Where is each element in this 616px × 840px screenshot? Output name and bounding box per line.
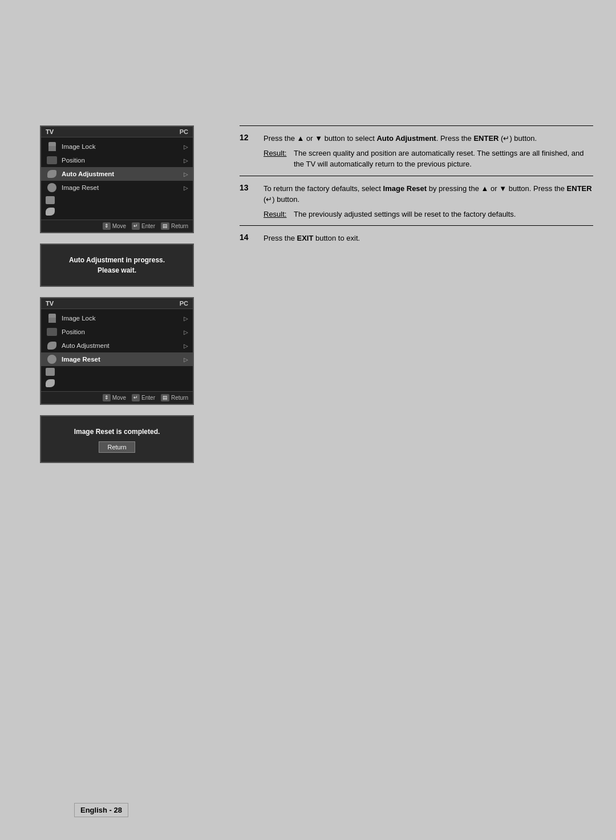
tv-screen-1: TV PC Image Lock ▷ Position ▷	[40, 125, 194, 233]
tv-label-3: TV	[46, 300, 54, 307]
auto-adj-icon-3	[46, 340, 58, 351]
menu-row-image-lock-3: Image Lock ▷	[41, 311, 193, 325]
empty-icon-3a	[46, 368, 58, 376]
page-footer: English - 28	[74, 803, 128, 817]
arrow-1: ▷	[184, 144, 188, 150]
move-key-1: ⇕	[103, 222, 111, 230]
menu-row-image-reset-3: Image Reset ▷	[41, 352, 193, 366]
menu-row-auto-adj-3: Auto Adjustment ▷	[41, 339, 193, 352]
image-lock-label-1: Image Lock	[62, 143, 184, 150]
return-label-3: Return	[171, 395, 188, 401]
right-panel: 12 Press the ▲ or ▼ button to select Aut…	[222, 0, 616, 840]
return-footer-3: ▤ Return	[161, 394, 188, 401]
progress-line2: Please wait.	[98, 266, 136, 274]
step-12-block: 12 Press the ▲ or ▼ button to select Aut…	[240, 125, 593, 176]
step-14-number: 14	[240, 233, 257, 242]
step-13-result: Result: The previously adjusted settings…	[264, 209, 593, 220]
arrow-3-4: ▷	[184, 356, 188, 363]
image-reset-icon-1	[46, 182, 58, 193]
left-panel: TV PC Image Lock ▷ Position ▷	[0, 0, 222, 840]
step-13-block: 13 To return the factory defaults, selec…	[240, 176, 593, 226]
reset-complete-text: Image Reset is completed.	[74, 428, 160, 436]
arrow-2: ▷	[184, 157, 188, 164]
step-13-text: To return the factory defaults, select I…	[264, 184, 592, 204]
menu-row-position-3: Position ▷	[41, 325, 193, 339]
step-14-command: EXIT	[297, 234, 314, 242]
menu-rows-3: Image Lock ▷ Position ▷ Auto Adjustment …	[41, 309, 193, 391]
move-label-3: Move	[112, 395, 126, 401]
empty-row-3b	[41, 378, 193, 389]
menu-row-auto-adj-1: Auto Adjustment ▷	[41, 167, 193, 181]
tv-screen-3-header: TV PC	[41, 298, 193, 309]
arrow-3-1: ▷	[184, 315, 188, 322]
arrow-3-3: ▷	[184, 343, 188, 349]
move-key-3: ⇕	[103, 394, 111, 401]
empty-icon-1a	[46, 196, 58, 204]
reset-box: Image Reset is completed. Return	[40, 415, 194, 463]
step-12-result-label: Result:	[264, 148, 289, 170]
enter-key-1: ↵	[132, 222, 140, 230]
empty-icon-3b	[46, 379, 58, 387]
empty-icon-1b	[46, 208, 58, 216]
step-13-result-label: Result:	[264, 209, 289, 220]
progress-line1: Auto Adjustment in progress.	[69, 256, 165, 264]
lock-icon-3	[46, 313, 58, 323]
pc-label-3: PC	[180, 300, 188, 307]
empty-row-3a	[41, 366, 193, 378]
menu-row-position-1: Position ▷	[41, 153, 193, 167]
step-12-number: 12	[240, 133, 257, 142]
image-reset-label-3: Image Reset	[62, 356, 184, 363]
return-key-3: ▤	[161, 394, 169, 401]
enter-footer-3: ↵ Enter	[132, 394, 155, 401]
empty-row-1a	[41, 194, 193, 206]
step-12-result: Result: The screen quality and position …	[264, 148, 593, 170]
step-12-content: Press the ▲ or ▼ button to select Auto A…	[264, 133, 593, 170]
step-14-content: Press the EXIT button to exit.	[264, 233, 593, 244]
step-12-result-text: The screen quality and position are auto…	[294, 148, 593, 170]
arrow-3-2: ▷	[184, 329, 188, 335]
enter-label-1: Enter	[141, 223, 155, 229]
empty-row-1b	[41, 206, 193, 217]
arrow-4: ▷	[184, 185, 188, 191]
move-label-1: Move	[112, 223, 126, 229]
return-key-1: ▤	[161, 222, 169, 230]
menu-row-image-lock-1: Image Lock ▷	[41, 140, 193, 153]
step-12-enter: ENTER	[473, 134, 499, 143]
enter-label-3: Enter	[141, 395, 155, 401]
position-icon-3	[46, 327, 58, 337]
position-label-3: Position	[62, 328, 184, 335]
lock-icon-1	[46, 141, 58, 152]
menu-row-image-reset-1: Image Reset ▷	[41, 181, 193, 194]
tv-label-1: TV	[46, 128, 54, 135]
pc-label-1: PC	[180, 128, 188, 135]
move-footer-1: ⇕ Move	[103, 222, 126, 230]
move-footer-3: ⇕ Move	[103, 394, 126, 401]
return-label-1: Return	[171, 223, 188, 229]
image-lock-label-3: Image Lock	[62, 315, 184, 322]
step-13-enter: ENTER	[567, 184, 592, 193]
progress-box: Auto Adjustment in progress. Please wait…	[40, 244, 194, 287]
image-reset-label-1: Image Reset	[62, 184, 184, 191]
step-13-command: Image Reset	[383, 184, 427, 193]
image-reset-icon-3	[46, 354, 58, 364]
menu-rows-1: Image Lock ▷ Position ▷ Auto Adjustment …	[41, 137, 193, 220]
step-13-content: To return the factory defaults, select I…	[264, 183, 593, 220]
position-label-1: Position	[62, 157, 184, 164]
auto-adj-icon-1	[46, 169, 58, 179]
return-footer-1: ▤ Return	[161, 222, 188, 230]
step-12-command: Auto Adjustment	[376, 134, 436, 143]
step-14-text: Press the EXIT button to exit.	[264, 234, 360, 242]
tv-footer-1: ⇕ Move ↵ Enter ▤ Return	[41, 220, 193, 232]
tv-screen-3: TV PC Image Lock ▷ Position ▷	[40, 297, 194, 405]
enter-key-3: ↵	[132, 394, 140, 401]
tv-screen-1-header: TV PC	[41, 127, 193, 137]
tv-footer-3: ⇕ Move ↵ Enter ▤ Return	[41, 391, 193, 404]
auto-adj-label-3: Auto Adjustment	[62, 342, 184, 349]
arrow-3: ▷	[184, 171, 188, 177]
step-14-block: 14 Press the EXIT button to exit.	[240, 225, 593, 250]
step-13-result-text: The previously adjusted settings will be…	[294, 209, 593, 220]
enter-footer-1: ↵ Enter	[132, 222, 155, 230]
return-button[interactable]: Return	[99, 441, 135, 453]
step-12-text-before: Press the ▲ or ▼ button to select Auto A…	[264, 134, 537, 143]
step-13-number: 13	[240, 183, 257, 192]
